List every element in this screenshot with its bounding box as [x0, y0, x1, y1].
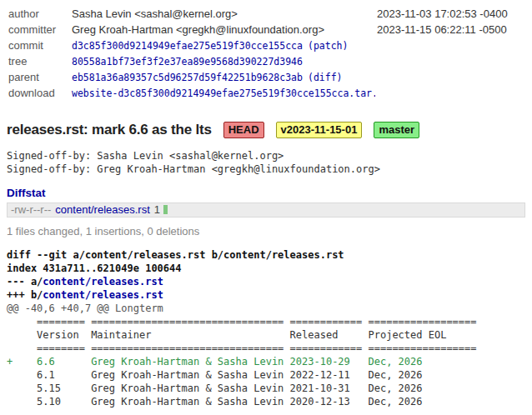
- diff-link[interactable]: (diff): [308, 72, 343, 83]
- author-date: 2023-11-03 17:02:53 -0400: [375, 6, 525, 22]
- diff-new-path-link[interactable]: content/releases.rst: [43, 289, 163, 301]
- diff-line-context: Version Maintainer Released Projected EO…: [7, 328, 525, 342]
- meta-row-download: download website-d3c85f300d9214949efae27…: [7, 85, 525, 101]
- diff-git-line: diff --git a/content/releases.rst b/cont…: [7, 248, 525, 262]
- new-file-prefix: +++ b/: [7, 289, 43, 301]
- diff-line-context: ======== ===============================…: [7, 342, 525, 355]
- commit-meta-table: author Sasha Levin <sashal@kernel.org> 2…: [7, 6, 525, 101]
- diff-line-context: ======== ===============================…: [7, 315, 525, 328]
- committer-value: Greg Kroah-Hartman <gregkh@linuxfoundati…: [70, 22, 375, 38]
- diffstat-heading-link[interactable]: Diffstat: [7, 187, 46, 199]
- diffstat-summary: 1 files changed, 1 insertions, 0 deletio…: [7, 225, 525, 238]
- meta-label-download: download: [7, 85, 70, 101]
- download-tarball-link[interactable]: website-d3c85f300d9214949efae275e519f30c…: [72, 88, 375, 99]
- branch-badge[interactable]: master: [374, 122, 419, 138]
- signed-off-line: Signed-off-by: Sasha Levin <sashal@kerne…: [7, 149, 525, 162]
- page-title: releases.rst: mark 6.6 as the lts: [7, 122, 212, 138]
- file-path-link[interactable]: content/releases.rst: [55, 203, 149, 216]
- diff-view: diff --git a/content/releases.rst b/cont…: [7, 248, 525, 408]
- diff-line-context: 5.15 Greg Kroah-Hartman & Sasha Levin 20…: [7, 382, 525, 395]
- meta-row-committer: committer Greg Kroah-Hartman <gregkh@lin…: [7, 22, 525, 38]
- diffstat-insertions-bar: [163, 205, 168, 214]
- change-count: 1: [154, 203, 160, 216]
- author-value: Sasha Levin <sashal@kernel.org>: [70, 6, 375, 22]
- parent-hash-link[interactable]: eb581a36a89357c5d96257d59f42251b9628c3ab: [72, 72, 303, 83]
- file-mode: -rw-r--r--: [11, 203, 51, 216]
- meta-label-tree: tree: [7, 53, 70, 69]
- diff-old-path-link[interactable]: content/releases.rst: [43, 276, 163, 288]
- diff-old-file-line: --- a/content/releases.rst: [7, 275, 525, 288]
- commit-title-bar: releases.rst: mark 6.6 as the lts HEAD v…: [7, 122, 525, 138]
- meta-label-commit: commit: [7, 38, 70, 53]
- commit-hash-link[interactable]: d3c85f300d9214949efae275e519f30cce155cca: [72, 40, 303, 52]
- signed-off-line: Signed-off-by: Greg Kroah-Hartman <gregk…: [7, 162, 525, 176]
- head-badge[interactable]: HEAD: [223, 122, 264, 138]
- diff-index-line: index 431a711..621049e 100644: [7, 262, 525, 275]
- meta-row-commit: commit d3c85f300d9214949efae275e519f30cc…: [7, 38, 525, 53]
- diff-line-context: 6.1 Greg Kroah-Hartman & Sasha Levin 202…: [7, 368, 525, 382]
- diff-new-file-line: +++ b/content/releases.rst: [7, 288, 525, 302]
- diffstat-file-row: -rw-r--r--content/releases.rst1: [7, 202, 525, 218]
- commit-message: Signed-off-by: Sasha Levin <sashal@kerne…: [7, 149, 525, 176]
- tag-badge[interactable]: v2023-11-15-01: [276, 122, 363, 138]
- committer-date: 2023-11-15 06:22:11 -0500: [375, 22, 525, 38]
- meta-label-author: author: [7, 6, 70, 22]
- meta-row-tree: tree 80558a1bf73ef3f2e37ea89e9568d390227…: [7, 53, 525, 69]
- diff-hunk-header: @@ -40,6 +40,7 @@ Longterm: [7, 302, 525, 315]
- tree-hash-link[interactable]: 80558a1bf73ef3f2e37ea89e9568d390227d3946: [72, 56, 303, 68]
- meta-row-author: author Sasha Levin <sashal@kernel.org> 2…: [7, 6, 525, 22]
- meta-row-parent: parent eb581a36a89357c5d96257d59f42251b9…: [7, 69, 525, 85]
- patch-link[interactable]: (patch): [308, 40, 348, 52]
- meta-label-committer: committer: [7, 22, 70, 38]
- old-file-prefix: --- a/: [7, 276, 43, 288]
- diff-line-context: 5.10 Greg Kroah-Hartman & Sasha Levin 20…: [7, 395, 525, 408]
- diff-line-added: + 6.6 Greg Kroah-Hartman & Sasha Levin 2…: [7, 355, 525, 368]
- meta-label-parent: parent: [7, 69, 70, 85]
